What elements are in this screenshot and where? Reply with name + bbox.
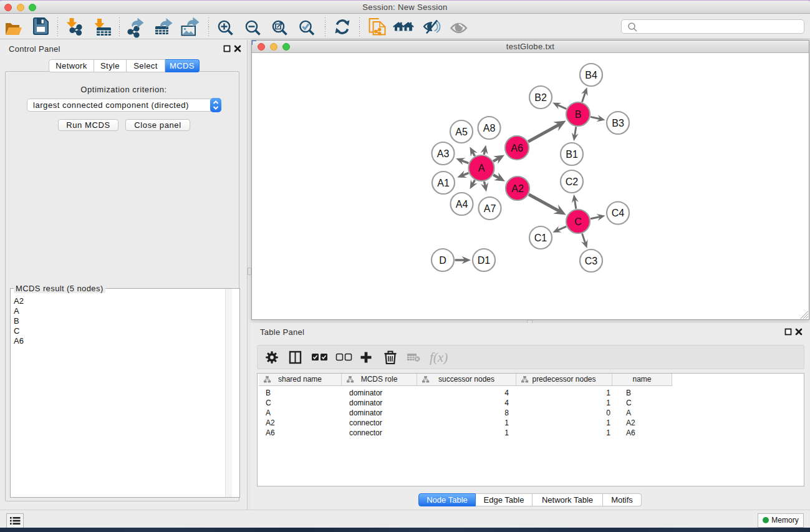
svg-text:B2: B2	[534, 92, 547, 103]
svg-text:A2: A2	[511, 183, 524, 194]
svg-text:B: B	[575, 109, 582, 120]
svg-text:C3: C3	[585, 256, 598, 266]
svg-text:A: A	[478, 163, 485, 173]
svg-text:A1: A1	[437, 178, 450, 188]
svg-text:f(x): f(x)	[430, 350, 448, 365]
svg-text:A8: A8	[483, 123, 496, 133]
svg-text:B3: B3	[612, 118, 624, 128]
svg-text:A6: A6	[511, 143, 523, 153]
svg-text:D: D	[439, 255, 446, 266]
svg-text:C1: C1	[534, 233, 547, 243]
svg-text:A3: A3	[437, 148, 450, 159]
svg-text:B1: B1	[566, 149, 578, 160]
svg-text:D1: D1	[478, 255, 491, 266]
svg-text:C2: C2	[566, 177, 579, 187]
svg-text:B4: B4	[585, 70, 597, 80]
svg-text:C: C	[574, 216, 582, 227]
svg-text:A7: A7	[484, 203, 496, 214]
svg-text:A4: A4	[456, 199, 468, 210]
svg-text:C4: C4	[612, 208, 625, 218]
svg-text:A5: A5	[455, 127, 468, 137]
